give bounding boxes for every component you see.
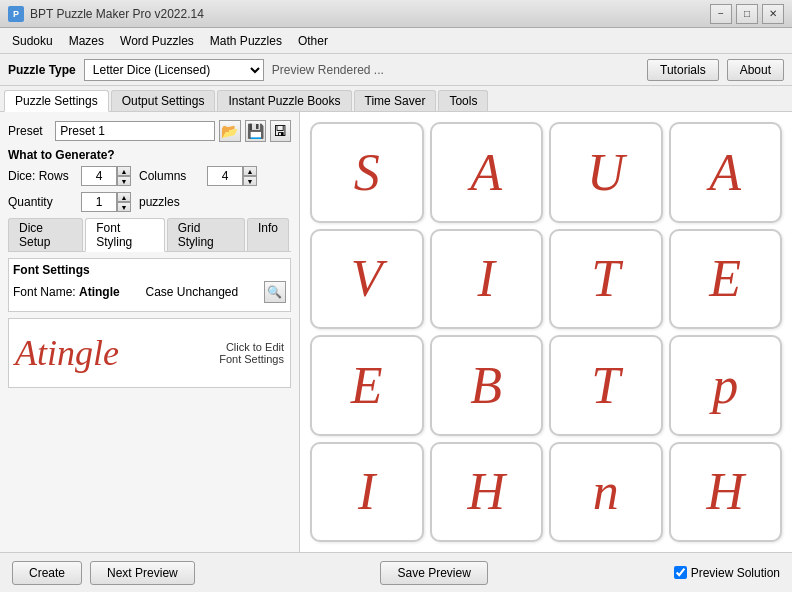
quantity-row: Quantity ▲ ▼ puzzles xyxy=(8,192,291,212)
quantity-up[interactable]: ▲ xyxy=(117,192,131,202)
save-preset-button[interactable]: 💾 xyxy=(245,120,266,142)
menu-mazes[interactable]: Mazes xyxy=(61,31,112,51)
preview-solution-text: Preview Solution xyxy=(691,566,780,580)
dice-letter: E xyxy=(351,356,383,415)
dice-letter: n xyxy=(593,462,619,521)
right-panel: SAUAVITEEBTpIHnH xyxy=(300,112,792,552)
tab-output-settings[interactable]: Output Settings xyxy=(111,90,216,111)
menu-math-puzzles[interactable]: Math Puzzles xyxy=(202,31,290,51)
dice-cell: B xyxy=(430,335,544,436)
close-button[interactable]: ✕ xyxy=(762,4,784,24)
tab-tools[interactable]: Tools xyxy=(438,90,488,111)
main-tabs-row: Puzzle Settings Output Settings Instant … xyxy=(0,86,792,112)
title-bar: P BPT Puzzle Maker Pro v2022.14 − □ ✕ xyxy=(0,0,792,28)
quantity-spinner: ▲ ▼ xyxy=(81,192,131,212)
bottom-bar: Create Next Preview Save Preview Preview… xyxy=(0,552,792,592)
menu-word-puzzles[interactable]: Word Puzzles xyxy=(112,31,202,51)
menu-bar: Sudoku Mazes Word Puzzles Math Puzzles O… xyxy=(0,28,792,54)
create-button[interactable]: Create xyxy=(12,561,82,585)
dice-cell: T xyxy=(549,229,663,330)
dice-rows-input[interactable] xyxy=(81,166,117,186)
columns-up[interactable]: ▲ xyxy=(243,166,257,176)
inner-tab-dice-setup[interactable]: Dice Setup xyxy=(8,218,83,251)
dice-letter: V xyxy=(351,249,383,308)
dice-cell: H xyxy=(430,442,544,543)
about-button[interactable]: About xyxy=(727,59,784,81)
font-settings-title: Font Settings xyxy=(13,263,286,277)
quantity-down[interactable]: ▼ xyxy=(117,202,131,212)
inner-tab-grid-styling[interactable]: Grid Styling xyxy=(167,218,245,251)
columns-spinner: ▲ ▼ xyxy=(207,166,257,186)
dice-cell: p xyxy=(669,335,783,436)
minimize-button[interactable]: − xyxy=(710,4,732,24)
dice-cell: H xyxy=(669,442,783,543)
quantity-input[interactable] xyxy=(81,192,117,212)
dice-letter: H xyxy=(467,462,505,521)
dice-letter: E xyxy=(709,249,741,308)
font-preview-box[interactable]: Atingle Click to Edit Font Settings xyxy=(8,318,291,388)
menu-sudoku[interactable]: Sudoku xyxy=(4,31,61,51)
columns-input[interactable] xyxy=(207,166,243,186)
dice-letter: B xyxy=(470,356,502,415)
dice-letter: H xyxy=(706,462,744,521)
preview-solution-label[interactable]: Preview Solution xyxy=(674,566,780,580)
dice-cell: A xyxy=(430,122,544,223)
dice-letter: T xyxy=(591,356,620,415)
case-text: Case Unchanged xyxy=(145,285,238,299)
puzzle-type-select[interactable]: Letter Dice (Licensed) xyxy=(84,59,264,81)
columns-down[interactable]: ▼ xyxy=(243,176,257,186)
dice-cell: V xyxy=(310,229,424,330)
tab-time-saver[interactable]: Time Saver xyxy=(354,90,437,111)
maximize-button[interactable]: □ xyxy=(736,4,758,24)
dice-letter: p xyxy=(712,356,738,415)
font-name-value: Atingle xyxy=(79,285,120,299)
open-preset-button[interactable]: 📂 xyxy=(219,120,240,142)
dice-cell: E xyxy=(669,229,783,330)
font-preview-text: Atingle xyxy=(15,332,219,374)
puzzles-suffix: puzzles xyxy=(139,195,180,209)
inner-tab-font-styling[interactable]: Font Styling xyxy=(85,218,164,252)
preset-input[interactable] xyxy=(55,121,215,141)
menu-other[interactable]: Other xyxy=(290,31,336,51)
font-search-button[interactable]: 🔍 xyxy=(264,281,286,303)
tab-instant-puzzle-books[interactable]: Instant Puzzle Books xyxy=(217,90,351,111)
dice-letter: T xyxy=(591,249,620,308)
dice-letter: A xyxy=(709,143,741,202)
dice-cell: T xyxy=(549,335,663,436)
left-panel: Preset 📂 💾 🖫 What to Generate? Dice: Row… xyxy=(0,112,300,552)
dice-letter: I xyxy=(478,249,495,308)
dice-letter: A xyxy=(470,143,502,202)
dice-cell: I xyxy=(310,442,424,543)
dice-rows-spinner: ▲ ▼ xyxy=(81,166,131,186)
dice-cell: S xyxy=(310,122,424,223)
next-preview-button[interactable]: Next Preview xyxy=(90,561,195,585)
dice-cell: U xyxy=(549,122,663,223)
inner-tab-info[interactable]: Info xyxy=(247,218,289,251)
app-icon: P xyxy=(8,6,24,22)
dice-rows-label: Dice: Rows xyxy=(8,169,73,183)
what-to-generate-label: What to Generate? xyxy=(8,148,291,162)
dice-letter: S xyxy=(354,143,380,202)
main-content: Preset 📂 💾 🖫 What to Generate? Dice: Row… xyxy=(0,112,792,552)
window-controls: − □ ✕ xyxy=(710,4,784,24)
preview-solution-checkbox[interactable] xyxy=(674,566,687,579)
saveas-preset-button[interactable]: 🖫 xyxy=(270,120,291,142)
puzzle-type-label: Puzzle Type xyxy=(8,63,76,77)
preview-status-text: Preview Rendered ... xyxy=(272,63,639,77)
click-to-edit-text: Click to Edit Font Settings xyxy=(219,341,284,365)
puzzle-grid: SAUAVITEEBTpIHnH xyxy=(310,122,782,542)
tutorials-button[interactable]: Tutorials xyxy=(647,59,719,81)
dice-letter: U xyxy=(587,143,625,202)
dice-cell: n xyxy=(549,442,663,543)
app-title: BPT Puzzle Maker Pro v2022.14 xyxy=(30,7,710,21)
preset-row: Preset 📂 💾 🖫 xyxy=(8,120,291,142)
dice-rows-down[interactable]: ▼ xyxy=(117,176,131,186)
dice-rows-up[interactable]: ▲ xyxy=(117,166,131,176)
font-name-label: Font Name: Atingle xyxy=(13,285,120,299)
dice-rows-row: Dice: Rows ▲ ▼ Columns ▲ ▼ xyxy=(8,166,291,186)
tab-puzzle-settings[interactable]: Puzzle Settings xyxy=(4,90,109,112)
save-preview-button[interactable]: Save Preview xyxy=(380,561,487,585)
font-settings-box: Font Settings Font Name: Atingle Case Un… xyxy=(8,258,291,312)
toolbar-row: Puzzle Type Letter Dice (Licensed) Previ… xyxy=(0,54,792,86)
dice-letter: I xyxy=(358,462,375,521)
